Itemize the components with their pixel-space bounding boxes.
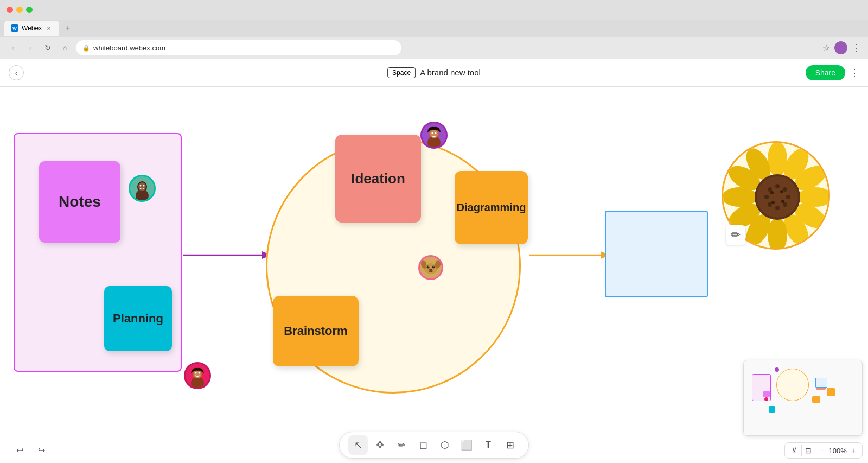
sticky-tool-button[interactable]: ⬜	[457, 435, 476, 455]
orange-arrow	[529, 247, 613, 265]
image-icon: ⊞	[506, 439, 514, 451]
back-button[interactable]: ‹	[9, 65, 24, 80]
url-text: whiteboard.webex.com	[93, 44, 165, 52]
svg-point-11	[199, 372, 200, 374]
home-button[interactable]: ⌂	[59, 41, 72, 54]
bookmark-icon[interactable]: ☆	[822, 43, 830, 53]
pen-tool-button[interactable]: ✏	[392, 435, 411, 455]
minimize-window-button[interactable]	[16, 7, 23, 13]
minimap-planning	[769, 406, 775, 413]
svg-point-56	[770, 191, 774, 194]
traffic-lights	[7, 7, 33, 13]
avatar-purple	[420, 122, 448, 149]
purple-arrow	[183, 247, 273, 263]
shapes-icon: ⬡	[441, 439, 449, 451]
image-tool-button[interactable]: ⊞	[500, 435, 520, 455]
brainstorm-label: Brainstorm	[284, 324, 347, 338]
zoom-out-button[interactable]: −	[818, 445, 826, 456]
sticky-group: Notes Planning	[14, 133, 182, 372]
new-tab-button[interactable]: +	[61, 22, 74, 35]
more-options-button[interactable]: ⋮	[850, 67, 859, 79]
svg-point-3	[138, 182, 146, 191]
tab-favicon: W	[11, 24, 18, 32]
svg-point-28	[429, 269, 432, 271]
svg-point-50	[768, 202, 772, 207]
chrome-menu-button[interactable]: ⋮	[852, 42, 861, 54]
svg-point-26	[428, 266, 429, 267]
planning-sticky[interactable]: Planning	[104, 286, 172, 351]
avatar-pink	[184, 362, 211, 389]
chrome-profile-avatar[interactable]	[834, 41, 847, 54]
canvas[interactable]: Notes Planning	[0, 87, 868, 463]
arrow-purple-svg	[183, 247, 273, 263]
shapes-tool-button[interactable]: ⬡	[435, 435, 455, 455]
planning-label: Planning	[113, 312, 163, 326]
back-icon: ‹	[15, 68, 18, 77]
svg-point-52	[768, 187, 772, 192]
minimap-blue-rect	[815, 378, 827, 388]
pan-tool-button[interactable]: ✥	[370, 435, 390, 455]
undo-button[interactable]: ↩	[11, 441, 28, 459]
bottom-left-tools: ↩ ↪	[11, 441, 50, 459]
minimap-circle	[776, 369, 809, 401]
zoom-controls: ⊻ ⊟ − 100% +	[784, 442, 863, 459]
avatar-dog-face	[420, 257, 442, 278]
minimap	[743, 360, 863, 436]
avatar-dog	[418, 255, 443, 280]
minimap-brainstorm	[812, 396, 820, 403]
svg-point-46	[783, 187, 787, 192]
fit-to-screen-button[interactable]: ⊟	[801, 445, 815, 456]
svg-point-18	[432, 132, 433, 134]
pan-icon: ✥	[376, 439, 384, 451]
diagramming-label: Diagramming	[457, 201, 526, 214]
blue-rectangle[interactable]	[605, 211, 708, 297]
svg-point-40	[723, 187, 757, 207]
tab-close-button[interactable]: ✕	[45, 24, 53, 32]
text-tool-button[interactable]: T	[478, 435, 498, 455]
minimap-diagramming	[827, 388, 835, 396]
address-bar: ‹ › ↻ ⌂ 🔒 whiteboard.webex.com ☆ ⋮	[0, 37, 868, 59]
close-window-button[interactable]	[7, 7, 13, 13]
sticky-icon: ⬜	[461, 439, 473, 451]
eraser-tool-button[interactable]: ◻	[413, 435, 433, 455]
minimap-avatar-pink	[764, 397, 768, 401]
svg-point-45	[775, 184, 780, 188]
brainstorm-sticky[interactable]: Brainstorm	[273, 296, 359, 366]
zoom-in-button[interactable]: +	[849, 445, 858, 456]
svg-point-25	[432, 266, 435, 269]
refresh-button[interactable]: ↻	[41, 41, 54, 54]
back-nav-button[interactable]: ‹	[7, 41, 20, 54]
header-title: A brand new tool	[420, 68, 481, 77]
redo-button[interactable]: ↪	[33, 441, 50, 459]
url-input[interactable]: 🔒 whiteboard.webex.com	[76, 40, 401, 55]
svg-point-19	[435, 132, 437, 134]
svg-point-49	[775, 206, 780, 210]
share-button[interactable]: Share	[806, 65, 845, 80]
avatar-green-face	[130, 176, 154, 200]
notes-sticky[interactable]: Notes	[39, 161, 120, 243]
collapse-zoom-button[interactable]: ⊻	[789, 445, 799, 456]
svg-point-31	[768, 143, 787, 176]
svg-point-10	[195, 372, 197, 374]
svg-point-9	[194, 370, 201, 378]
tab-bar: W Webex ✕ +	[0, 20, 868, 37]
svg-point-4	[140, 185, 142, 187]
svg-point-55	[771, 201, 775, 204]
text-icon: T	[486, 440, 491, 450]
ideation-sticky[interactable]: Ideation	[335, 135, 421, 223]
forward-nav-button[interactable]: ›	[24, 41, 37, 54]
maximize-window-button[interactable]	[26, 7, 33, 13]
pencil-icon[interactable]: ✏	[726, 225, 745, 245]
svg-point-53	[780, 190, 783, 193]
select-tool-button[interactable]: ↖	[348, 435, 368, 455]
space-badge[interactable]: Space	[387, 67, 416, 78]
avatar-pink-face	[186, 364, 209, 388]
minimap-content	[744, 360, 862, 435]
svg-point-5	[143, 185, 145, 187]
minimap-pink-group	[752, 374, 771, 401]
svg-point-51	[764, 195, 769, 199]
active-tab[interactable]: W Webex ✕	[4, 21, 59, 36]
diagramming-sticky[interactable]: Diagramming	[455, 171, 528, 244]
svg-point-54	[781, 200, 784, 203]
header-center: Space A brand new tool	[387, 67, 481, 78]
